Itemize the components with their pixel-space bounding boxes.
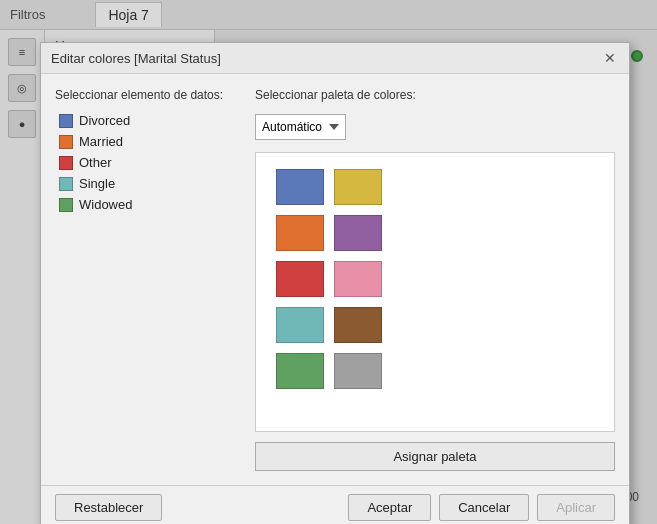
dialog-body: Seleccionar elemento de datos: DivorcedM… [41,74,629,485]
palette-color-3[interactable] [334,215,382,251]
left-panel: Seleccionar elemento de datos: DivorcedM… [55,88,235,471]
reset-button[interactable]: Restablecer [55,494,162,521]
data-item-widowed[interactable]: Widowed [55,194,235,215]
data-item-label-divorced: Divorced [79,113,130,128]
cancel-button[interactable]: Cancelar [439,494,529,521]
assign-palette-button[interactable]: Asignar paleta [255,442,615,471]
palette-dropdown[interactable]: AutomáticoPersonalizado [255,114,346,140]
color-swatch-widowed [59,198,73,212]
apply-button[interactable]: Aplicar [537,494,615,521]
color-swatch-divorced [59,114,73,128]
data-item-label-married: Married [79,134,123,149]
data-item-other[interactable]: Other [55,152,235,173]
palette-color-0[interactable] [276,169,324,205]
palette-color-9[interactable] [334,353,382,389]
palette-color-1[interactable] [334,169,382,205]
color-swatch-single [59,177,73,191]
left-panel-label: Seleccionar elemento de datos: [55,88,235,102]
palette-color-8[interactable] [276,353,324,389]
dialog-title-bar: Editar colores [Marital Status] ✕ [41,43,629,74]
data-item-label-other: Other [79,155,112,170]
dialog-title: Editar colores [Marital Status] [51,51,221,66]
palette-color-4[interactable] [276,261,324,297]
data-item-label-single: Single [79,176,115,191]
color-swatch-married [59,135,73,149]
close-button[interactable]: ✕ [601,49,619,67]
right-panel: Seleccionar paleta de colores: Automátic… [255,88,615,471]
data-item-divorced[interactable]: Divorced [55,110,235,131]
data-item-married[interactable]: Married [55,131,235,152]
palette-color-6[interactable] [276,307,324,343]
color-swatch-other [59,156,73,170]
edit-colors-dialog: Editar colores [Marital Status] ✕ Selecc… [40,42,630,524]
right-panel-label: Seleccionar paleta de colores: [255,88,416,102]
dialog-footer: Restablecer Aceptar Cancelar Aplicar [41,485,629,524]
ok-button[interactable]: Aceptar [348,494,431,521]
palette-color-2[interactable] [276,215,324,251]
data-items-list: DivorcedMarriedOtherSingleWidowed [55,110,235,215]
data-item-label-widowed: Widowed [79,197,132,212]
palette-color-7[interactable] [334,307,382,343]
color-palette-grid [255,152,615,432]
footer-right-buttons: Aceptar Cancelar Aplicar [348,494,615,521]
palette-color-5[interactable] [334,261,382,297]
data-item-single[interactable]: Single [55,173,235,194]
